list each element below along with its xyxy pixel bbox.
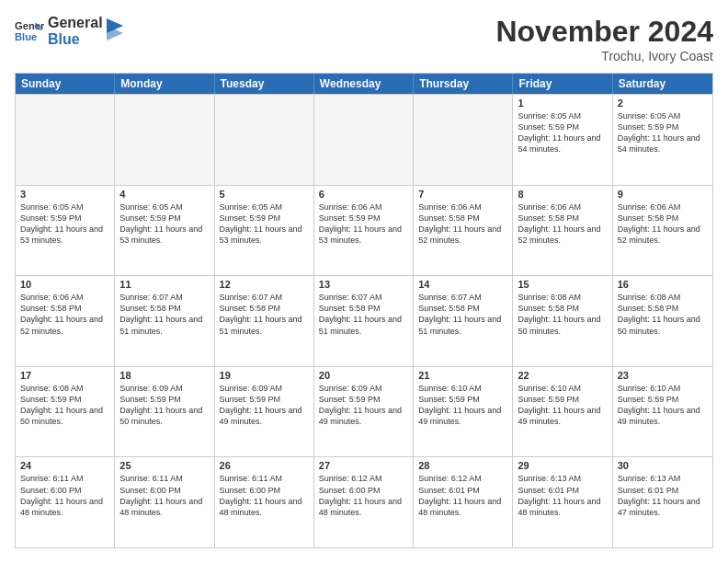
day-number: 23 bbox=[618, 370, 708, 381]
day-number: 28 bbox=[418, 460, 507, 471]
calendar-cell-empty-0-2 bbox=[215, 95, 314, 185]
calendar-cell-23: 23Sunrise: 6:10 AM Sunset: 5:59 PM Dayli… bbox=[613, 367, 712, 457]
day-info: Sunrise: 6:10 AM Sunset: 5:59 PM Dayligh… bbox=[618, 383, 708, 428]
logo-flag-icon bbox=[107, 18, 125, 44]
day-number: 14 bbox=[418, 279, 507, 290]
calendar-cell-7: 7Sunrise: 6:06 AM Sunset: 5:58 PM Daylig… bbox=[414, 186, 513, 276]
calendar-cell-21: 21Sunrise: 6:10 AM Sunset: 5:59 PM Dayli… bbox=[414, 367, 513, 457]
day-info: Sunrise: 6:13 AM Sunset: 6:01 PM Dayligh… bbox=[518, 473, 607, 518]
day-info: Sunrise: 6:08 AM Sunset: 5:58 PM Dayligh… bbox=[618, 292, 708, 337]
header-day-saturday: Saturday bbox=[613, 74, 712, 94]
calendar-cell-1: 1Sunrise: 6:05 AM Sunset: 5:59 PM Daylig… bbox=[513, 95, 612, 185]
calendar-cell-8: 8Sunrise: 6:06 AM Sunset: 5:58 PM Daylig… bbox=[513, 186, 612, 276]
day-info: Sunrise: 6:06 AM Sunset: 5:58 PM Dayligh… bbox=[518, 201, 607, 247]
calendar-cell-10: 10Sunrise: 6:06 AM Sunset: 5:58 PM Dayli… bbox=[16, 276, 115, 366]
calendar-cell-19: 19Sunrise: 6:09 AM Sunset: 5:59 PM Dayli… bbox=[215, 367, 314, 457]
day-number: 15 bbox=[518, 279, 607, 290]
header-day-friday: Friday bbox=[513, 74, 612, 94]
calendar-header: SundayMondayTuesdayWednesdayThursdayFrid… bbox=[16, 74, 712, 94]
day-info: Sunrise: 6:06 AM Sunset: 5:59 PM Dayligh… bbox=[319, 201, 408, 247]
calendar-cell-empty-0-1 bbox=[115, 95, 214, 185]
calendar-cell-15: 15Sunrise: 6:08 AM Sunset: 5:58 PM Dayli… bbox=[513, 276, 612, 366]
header-day-wednesday: Wednesday bbox=[314, 74, 414, 94]
day-number: 12 bbox=[220, 279, 309, 290]
day-number: 18 bbox=[119, 370, 209, 381]
calendar-cell-30: 30Sunrise: 6:13 AM Sunset: 6:01 PM Dayli… bbox=[613, 457, 712, 547]
calendar-cell-11: 11Sunrise: 6:07 AM Sunset: 5:58 PM Dayli… bbox=[115, 276, 214, 366]
day-info: Sunrise: 6:06 AM Sunset: 5:58 PM Dayligh… bbox=[618, 201, 708, 247]
calendar-cell-20: 20Sunrise: 6:09 AM Sunset: 5:59 PM Dayli… bbox=[314, 367, 414, 457]
calendar-cell-16: 16Sunrise: 6:08 AM Sunset: 5:58 PM Dayli… bbox=[613, 276, 712, 366]
calendar-cell-9: 9Sunrise: 6:06 AM Sunset: 5:58 PM Daylig… bbox=[613, 186, 712, 276]
calendar-cell-empty-0-3 bbox=[314, 95, 414, 185]
day-info: Sunrise: 6:07 AM Sunset: 5:58 PM Dayligh… bbox=[119, 292, 209, 337]
calendar: SundayMondayTuesdayWednesdayThursdayFrid… bbox=[15, 73, 713, 548]
header-day-tuesday: Tuesday bbox=[215, 74, 314, 94]
calendar-row-3: 17Sunrise: 6:08 AM Sunset: 5:59 PM Dayli… bbox=[16, 366, 712, 457]
calendar-cell-empty-0-0 bbox=[16, 95, 115, 185]
day-info: Sunrise: 6:06 AM Sunset: 5:58 PM Dayligh… bbox=[418, 201, 507, 247]
day-info: Sunrise: 6:12 AM Sunset: 6:00 PM Dayligh… bbox=[319, 473, 408, 518]
header-day-thursday: Thursday bbox=[414, 74, 513, 94]
day-number: 29 bbox=[518, 460, 607, 471]
day-info: Sunrise: 6:09 AM Sunset: 5:59 PM Dayligh… bbox=[119, 383, 209, 428]
page: General Blue General Blue November 2024 … bbox=[0, 0, 728, 563]
title-block: November 2024 Trochu, Ivory Coast bbox=[495, 15, 713, 63]
calendar-cell-27: 27Sunrise: 6:12 AM Sunset: 6:00 PM Dayli… bbox=[314, 457, 414, 547]
day-info: Sunrise: 6:05 AM Sunset: 5:59 PM Dayligh… bbox=[618, 110, 708, 155]
calendar-cell-25: 25Sunrise: 6:11 AM Sunset: 6:00 PM Dayli… bbox=[115, 457, 214, 547]
day-number: 11 bbox=[119, 279, 209, 290]
day-info: Sunrise: 6:13 AM Sunset: 6:01 PM Dayligh… bbox=[618, 473, 708, 518]
day-number: 22 bbox=[518, 370, 607, 381]
logo: General Blue General Blue bbox=[15, 15, 125, 47]
calendar-row-0: 1Sunrise: 6:05 AM Sunset: 5:59 PM Daylig… bbox=[16, 94, 712, 185]
day-info: Sunrise: 6:09 AM Sunset: 5:59 PM Dayligh… bbox=[319, 383, 408, 428]
calendar-cell-12: 12Sunrise: 6:07 AM Sunset: 5:58 PM Dayli… bbox=[215, 276, 314, 366]
day-info: Sunrise: 6:10 AM Sunset: 5:59 PM Dayligh… bbox=[518, 383, 607, 428]
month-title: November 2024 bbox=[495, 15, 713, 49]
day-number: 2 bbox=[618, 98, 708, 109]
header: General Blue General Blue November 2024 … bbox=[15, 15, 713, 63]
day-number: 19 bbox=[220, 370, 309, 381]
day-number: 9 bbox=[618, 189, 708, 200]
day-info: Sunrise: 6:07 AM Sunset: 5:58 PM Dayligh… bbox=[220, 292, 309, 337]
calendar-cell-26: 26Sunrise: 6:11 AM Sunset: 6:00 PM Dayli… bbox=[215, 457, 314, 547]
calendar-row-1: 3Sunrise: 6:05 AM Sunset: 5:59 PM Daylig… bbox=[16, 185, 712, 276]
header-day-sunday: Sunday bbox=[16, 74, 115, 94]
day-number: 10 bbox=[20, 279, 109, 290]
day-info: Sunrise: 6:07 AM Sunset: 5:58 PM Dayligh… bbox=[418, 292, 507, 337]
day-number: 21 bbox=[418, 370, 507, 381]
calendar-cell-6: 6Sunrise: 6:06 AM Sunset: 5:59 PM Daylig… bbox=[314, 186, 414, 276]
day-number: 26 bbox=[220, 460, 309, 471]
day-number: 8 bbox=[518, 189, 607, 200]
day-number: 4 bbox=[119, 189, 209, 200]
calendar-cell-29: 29Sunrise: 6:13 AM Sunset: 6:01 PM Dayli… bbox=[513, 457, 612, 547]
day-info: Sunrise: 6:12 AM Sunset: 6:01 PM Dayligh… bbox=[418, 473, 507, 518]
day-info: Sunrise: 6:05 AM Sunset: 5:59 PM Dayligh… bbox=[20, 201, 109, 247]
calendar-cell-empty-0-4 bbox=[414, 95, 513, 185]
calendar-cell-2: 2Sunrise: 6:05 AM Sunset: 5:59 PM Daylig… bbox=[613, 95, 712, 185]
day-info: Sunrise: 6:08 AM Sunset: 5:58 PM Dayligh… bbox=[518, 292, 607, 337]
day-number: 24 bbox=[20, 460, 109, 471]
day-number: 1 bbox=[518, 98, 607, 109]
day-info: Sunrise: 6:10 AM Sunset: 5:59 PM Dayligh… bbox=[418, 383, 507, 428]
logo-blue: Blue bbox=[48, 31, 103, 48]
calendar-cell-4: 4Sunrise: 6:05 AM Sunset: 5:59 PM Daylig… bbox=[115, 186, 214, 276]
day-number: 7 bbox=[418, 189, 507, 200]
day-info: Sunrise: 6:05 AM Sunset: 5:59 PM Dayligh… bbox=[220, 201, 309, 247]
day-number: 13 bbox=[319, 279, 408, 290]
day-number: 20 bbox=[319, 370, 408, 381]
day-info: Sunrise: 6:11 AM Sunset: 6:00 PM Dayligh… bbox=[220, 473, 309, 518]
calendar-cell-5: 5Sunrise: 6:05 AM Sunset: 5:59 PM Daylig… bbox=[215, 186, 314, 276]
calendar-body: 1Sunrise: 6:05 AM Sunset: 5:59 PM Daylig… bbox=[16, 94, 712, 547]
day-number: 25 bbox=[119, 460, 209, 471]
day-number: 16 bbox=[618, 279, 708, 290]
day-info: Sunrise: 6:07 AM Sunset: 5:58 PM Dayligh… bbox=[319, 292, 408, 337]
day-info: Sunrise: 6:06 AM Sunset: 5:58 PM Dayligh… bbox=[20, 292, 109, 337]
calendar-cell-3: 3Sunrise: 6:05 AM Sunset: 5:59 PM Daylig… bbox=[16, 186, 115, 276]
svg-text:Blue: Blue bbox=[15, 30, 37, 41]
day-info: Sunrise: 6:11 AM Sunset: 6:00 PM Dayligh… bbox=[20, 473, 109, 518]
day-info: Sunrise: 6:09 AM Sunset: 5:59 PM Dayligh… bbox=[220, 383, 309, 428]
day-info: Sunrise: 6:11 AM Sunset: 6:00 PM Dayligh… bbox=[119, 473, 209, 518]
day-number: 6 bbox=[319, 189, 408, 200]
